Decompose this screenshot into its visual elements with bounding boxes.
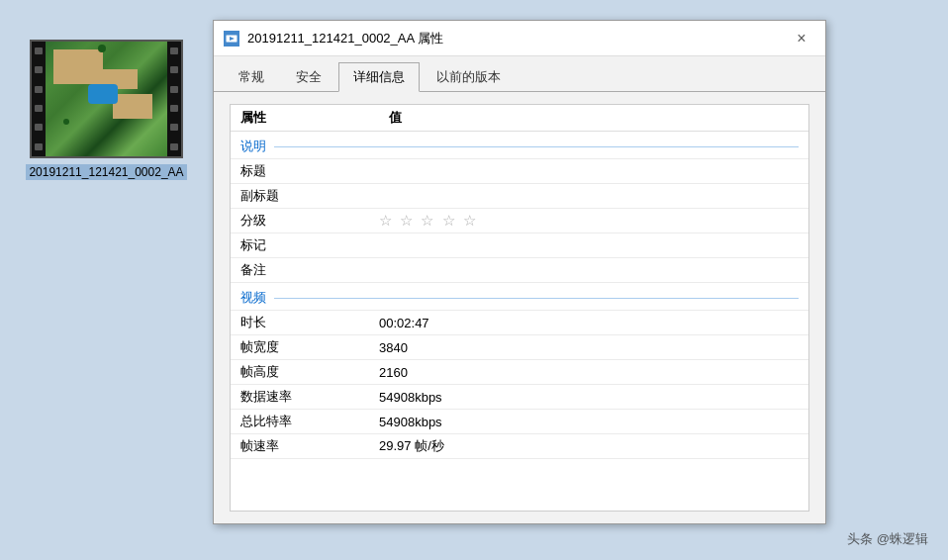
file-icon-area: 20191211_121421_0002_AA (20, 40, 193, 180)
properties-table[interactable]: 属性 值 说明 标题 副标题 (230, 104, 809, 512)
film-strip-right (167, 42, 181, 156)
properties-dialog: 20191211_121421_0002_AA 属性 × 常规 安全 详细信息 … (213, 20, 826, 524)
film-hole (35, 86, 43, 93)
film-image (44, 40, 169, 158)
section-label-description: 说明 (240, 138, 799, 155)
film-strip-left (32, 42, 46, 156)
film-hole (170, 143, 178, 150)
table-row: 标题 (231, 159, 808, 184)
tab-security[interactable]: 安全 (281, 62, 336, 91)
tab-details[interactable]: 详细信息 (338, 62, 420, 92)
prop-value-frame-height: 2160 (379, 365, 799, 380)
dialog-title: 20191211_121421_0002_AA 属性 (247, 30, 788, 47)
film-thumbnail (30, 40, 183, 158)
file-label: 20191211_121421_0002_AA (26, 164, 186, 180)
film-hole (35, 143, 43, 150)
header-property: 属性 (240, 109, 389, 127)
film-hole (170, 124, 178, 131)
close-button[interactable]: × (788, 25, 815, 52)
table-row: 时长 00:02:47 (231, 311, 808, 335)
table-row: 备注 (231, 258, 808, 283)
dialog-content: 属性 值 说明 标题 副标题 (214, 92, 825, 523)
section-video: 视频 (231, 283, 808, 311)
tab-general[interactable]: 常规 (224, 62, 279, 91)
prop-value-frame-rate: 29.97 帧/秒 (379, 437, 799, 455)
table-row: 数据速率 54908kbps (231, 385, 808, 410)
header-value: 值 (389, 109, 799, 127)
prop-name-data-rate: 数据速率 (240, 388, 379, 406)
table-row: 副标题 (231, 184, 808, 209)
prop-name-duration: 时长 (240, 314, 379, 331)
prop-name-rating: 分级 (240, 212, 379, 230)
section-description: 说明 (231, 132, 808, 159)
prop-name-total-bitrate: 总比特率 (240, 413, 379, 430)
film-hole (170, 86, 178, 93)
table-row: 标记 (231, 233, 808, 258)
prop-name-tags: 标记 (240, 236, 379, 254)
prop-value-duration: 00:02:47 (379, 316, 799, 330)
prop-value-frame-width: 3840 (379, 340, 799, 355)
prop-name-subtitle: 副标题 (240, 187, 379, 205)
film-hole (170, 47, 178, 54)
prop-name-title: 标题 (240, 162, 379, 180)
prop-value-rating: ☆ ☆ ☆ ☆ ☆ (379, 212, 799, 230)
table-row: 帧宽度 3840 (231, 335, 808, 360)
film-hole (35, 66, 43, 73)
table-row: 分级 ☆ ☆ ☆ ☆ ☆ (231, 209, 808, 233)
video-file-icon (224, 31, 239, 47)
prop-value-total-bitrate: 54908kbps (379, 415, 799, 429)
film-hole (35, 105, 43, 112)
dialog-tabs: 常规 安全 详细信息 以前的版本 (214, 56, 825, 92)
film-hole (170, 105, 178, 112)
prop-name-frame-height: 帧高度 (240, 363, 379, 381)
prop-name-frame-rate: 帧速率 (240, 437, 379, 455)
watermark: 头条 @蛛逻辑 (847, 530, 928, 548)
prop-name-notes: 备注 (240, 261, 379, 279)
table-row: 帧高度 2160 (231, 360, 808, 385)
table-row: 帧速率 29.97 帧/秒 (231, 434, 808, 459)
table-header: 属性 值 (231, 105, 808, 132)
dialog-titlebar: 20191211_121421_0002_AA 属性 × (214, 21, 825, 56)
section-line (274, 146, 799, 147)
tab-previous[interactable]: 以前的版本 (422, 62, 516, 91)
desktop: 20191211_121421_0002_AA 20191211_121421_… (0, 0, 948, 560)
table-row: 总比特率 54908kbps (231, 410, 808, 434)
prop-value-data-rate: 54908kbps (379, 390, 799, 405)
section-line (274, 298, 799, 299)
film-hole (35, 47, 43, 54)
film-hole (35, 124, 43, 131)
prop-name-frame-width: 帧宽度 (240, 338, 379, 356)
section-label-video: 视频 (240, 289, 799, 307)
film-hole (170, 66, 178, 73)
